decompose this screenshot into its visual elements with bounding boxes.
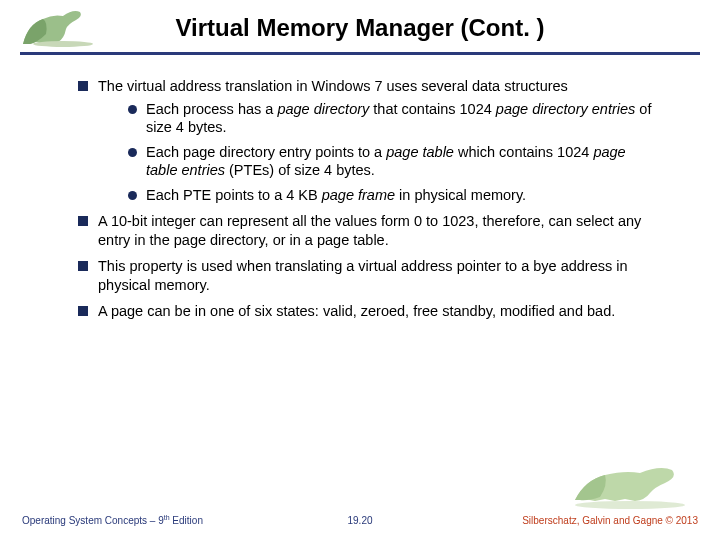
slide-header: Virtual Memory Manager (Cont. ) [0,0,720,52]
bullet-text: The virtual address translation in Windo… [98,78,568,94]
bullet-text: A page can be in one of six states: vali… [98,303,615,319]
sub-bullet-list: Each process has a page directory that c… [98,96,660,205]
sub-bullet-3: Each PTE points to a 4 KB page frame in … [128,186,660,205]
dinosaur-icon [18,4,98,48]
slide-title: Virtual Memory Manager (Cont. ) [20,14,700,52]
slide-footer: Operating System Concepts – 9th Edition … [0,514,720,526]
bullet-3: This property is used when translating a… [78,257,660,294]
sub-bullet-2: Each page directory entry points to a pa… [128,143,660,180]
bullet-text: A 10-bit integer can represent all the v… [98,213,641,248]
footer-left: Operating System Concepts – 9th Edition [22,514,203,526]
bullet-4: A page can be in one of six states: vali… [78,302,660,321]
slide-body: The virtual address translation in Windo… [0,55,720,321]
bullet-text: This property is used when translating a… [98,258,628,293]
svg-point-0 [33,41,93,47]
sub-bullet-1: Each process has a page directory that c… [128,100,660,137]
bullet-2: A 10-bit integer can represent all the v… [78,212,660,249]
footer-copyright: Silberschatz, Galvin and Gagne © 2013 [522,515,698,526]
bullet-1: The virtual address translation in Windo… [78,77,660,204]
svg-point-1 [575,501,685,509]
dinosaur-footer-icon [560,455,690,510]
page-number: 19.20 [347,515,372,526]
